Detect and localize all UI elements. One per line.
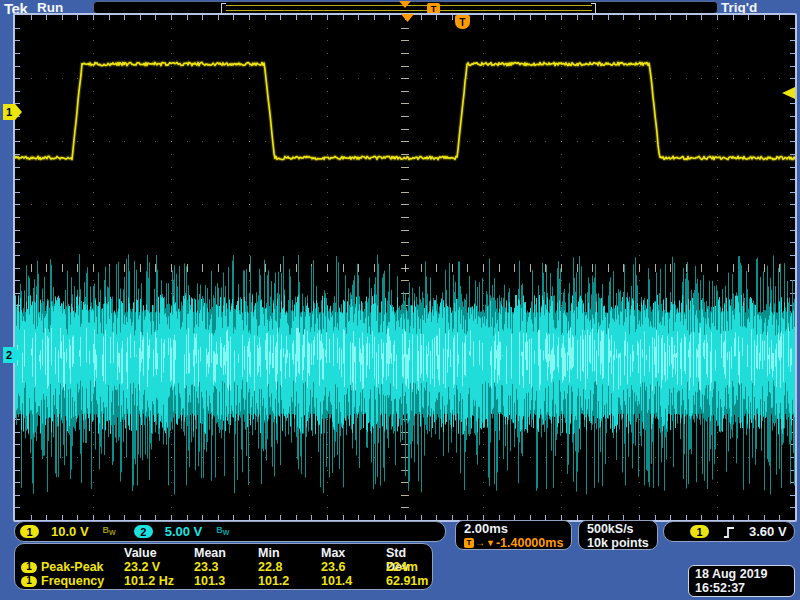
ch2-badge: 2 <box>134 525 153 538</box>
ch1-bandwidth-icon: BW <box>103 526 116 537</box>
waveform-canvas <box>15 15 795 520</box>
record-preview-line-high <box>226 5 592 6</box>
record-preview-line-low <box>226 10 592 11</box>
measurement-min: 22.8 <box>258 560 321 574</box>
measurement-source-badge: 1 <box>21 576 37 587</box>
date-text: 18 Aug 2019 <box>695 567 794 581</box>
channel-readout-box: 1 10.0 V BW 2 5.00 V BW <box>14 521 446 542</box>
record-length: 10k points <box>587 536 657 550</box>
acquisition-readout-box: 500kS/s 10k points <box>578 520 658 550</box>
measurement-name: Peak-Peak <box>41 560 104 574</box>
measurement-max: 23.6 <box>321 560 386 574</box>
ch1-badge: 1 <box>20 525 39 538</box>
measurement-std-dev: 62.91m <box>386 574 432 588</box>
trigger-level: 3.60 V <box>749 524 787 539</box>
measurement-value: 23.2 V <box>124 560 194 574</box>
measurement-mean: 101.3 <box>194 574 258 588</box>
delay-expansion-icon: ▼ <box>486 536 495 550</box>
trigger-source-badge: 1 <box>690 525 709 538</box>
delay-trigger-badge-icon: T <box>464 538 474 548</box>
trigger-delay-row: T → ▼ -1.40000ms <box>464 536 571 550</box>
delay-arrow-icon: → <box>475 536 485 550</box>
measurement-table: Value Mean Min Max Std Dev 1 Peak-Peak 2… <box>14 543 433 590</box>
timebase-readout-box: 2.00ms T → ▼ -1.40000ms <box>455 520 572 550</box>
timebase-scale: 2.00ms <box>464 522 571 536</box>
header-value: Value <box>124 546 194 560</box>
measurement-value: 101.2 Hz <box>124 574 194 588</box>
datetime-box: 18 Aug 2019 16:52:37 <box>688 565 795 597</box>
header-mean: Mean <box>194 546 258 560</box>
measurement-source-badge: 1 <box>21 562 37 573</box>
rising-edge-icon <box>722 525 736 539</box>
measurement-min: 101.2 <box>258 574 321 588</box>
header-min: Min <box>258 546 321 560</box>
measurement-row-name: 1 Frequency <box>21 574 124 588</box>
measurement-name: Frequency <box>41 574 104 588</box>
ch1-scale: 10.0 V <box>51 524 89 539</box>
trigger-delay-value: -1.40000ms <box>496 536 563 550</box>
measurement-max: 101.4 <box>321 574 386 588</box>
time-text: 16:52:37 <box>695 581 794 595</box>
measurement-row-name: 1 Peak-Peak <box>21 560 124 574</box>
ch2-bandwidth-icon: BW <box>216 526 229 537</box>
trigger-position-flag-icon: T <box>455 15 470 29</box>
header-spacer <box>21 546 124 560</box>
header-max: Max <box>321 546 386 560</box>
ch2-scale: 5.00 V <box>165 524 203 539</box>
header-std-dev: Std Dev <box>386 546 432 560</box>
measurement-mean: 23.3 <box>194 560 258 574</box>
oscilloscope-screen: { "top_bar": { "logo": "Tek", "acq_statu… <box>0 0 800 600</box>
sample-rate: 500kS/s <box>587 522 657 536</box>
display-frame: 1 2 T <box>13 13 797 522</box>
measurement-std-dev: 224m <box>386 560 432 574</box>
trigger-readout-box: 1 3.60 V <box>663 521 795 542</box>
